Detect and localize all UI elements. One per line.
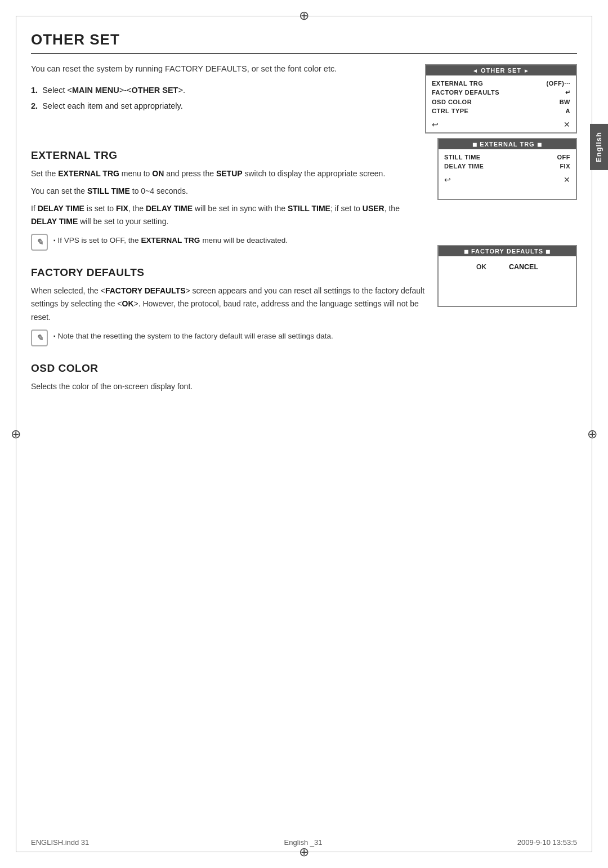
osd-color-body: Selects the color of the on-screen displ… [31,380,425,393]
note-icon-1: ✎ [31,234,48,251]
osd-color-title: OSD COLOR [31,362,425,375]
external-trg-screen: ◼ EXTERNAL TRG ◼ STILL TIME OFF DELAY TI… [437,138,577,200]
etg-header-title: EXTERNAL TRG [480,141,534,148]
row-label: STILL TIME [444,154,481,161]
external-trg-body2: You can set the STILL TIME to 0~4 second… [31,185,425,198]
note-bullet-2: Note that the resetting the system to th… [53,331,333,342]
footer-right: English _31 [284,838,323,847]
intro-text: You can reset the system by running FACT… [31,64,408,73]
etg-row-still-time: STILL TIME OFF [444,153,570,162]
intro-section: You can reset the system by running FACT… [31,64,577,133]
screen-row-osd-color: OSD COLOR BW [432,97,570,106]
row-label: CTRL TYPE [432,108,468,114]
x-icon: ✕ [564,120,570,129]
header-arrow-left: ◄ [472,68,479,74]
etg-arrow-left: ◼ [472,141,477,148]
factory-defaults-screen: ◼ FACTORY DEFAULTS ◼ OK CANCEL [437,245,577,307]
external-trg-body1: Set the EXTERNAL TRG menu to ON and pres… [31,167,425,180]
steps-list: 1. Select <MAIN MENU>-<OTHER SET>. 2. Se… [31,84,408,113]
main-text-area: EXTERNAL TRG Set the EXTERNAL TRG menu t… [31,133,425,398]
footer-page-num: 31 [314,838,322,847]
screen-row-factory-defaults: FACTORY DEFAULTS ↵ [432,88,570,97]
compass-left-icon: ⊕ [8,426,24,442]
step2-text: Select each item and set appropriately. [42,101,183,110]
step-1: 1. Select <MAIN MENU>-<OTHER SET>. [31,84,408,97]
main-layout: EXTERNAL TRG Set the EXTERNAL TRG menu t… [31,133,577,398]
row-value: ↵ [565,89,571,96]
compass-right-icon: ⊕ [584,426,600,442]
row-value: A [566,108,570,114]
note-text-1: If VPS is set to OFF, the EXTERNAL TRG m… [53,234,288,248]
compass-top-icon: ⊕ [296,8,312,24]
external-trg-screen-footer: ↩ ✕ [439,173,576,188]
x-icon-2: ✕ [564,175,570,184]
factory-defaults-body1: When selected, the <FACTORY DEFAULTS> sc… [31,284,425,323]
content-area: OTHER SET You can reset the system by ru… [31,31,577,837]
note-bullet-1: If VPS is set to OFF, the EXTERNAL TRG m… [53,235,288,247]
other-set-screen: ◄ OTHER SET ► EXTERNAL TRG (OFF)··· FACT… [425,64,577,133]
ok-cancel-row: OK CANCEL [439,256,576,275]
page-title: OTHER SET [31,31,577,54]
row-value: (OFF)··· [547,80,571,87]
note-text-2: Note that the resetting the system to th… [53,330,333,344]
row-value: FIX [560,163,570,170]
footer: ENGLISH.indd 31 English _31 2009-9-10 13… [31,838,577,847]
header-title: OTHER SET [481,67,521,74]
other-set-screen-footer: ↩ ✕ [426,118,576,132]
screen-row-ctrl-type: CTRL TYPE A [432,106,570,115]
back-icon: ↩ [432,120,439,129]
external-trg-title: EXTERNAL TRG [31,149,425,162]
external-trg-body3: If DELAY TIME is set to FIX, the DELAY T… [31,202,425,228]
row-label: EXTERNAL TRG [432,80,483,87]
screen-row-external-trg: EXTERNAL TRG (OFF)··· [432,79,570,88]
other-set-screen-header: ◄ OTHER SET ► [426,65,576,75]
row-label: OSD COLOR [432,99,472,105]
external-trg-note: ✎ If VPS is set to OFF, the EXTERNAL TRG… [31,234,425,251]
footer-date: 2009-9-10 13:53:5 [517,838,577,847]
factory-defaults-title: FACTORY DEFAULTS [31,266,425,279]
other-set-screen-container: ◄ OTHER SET ► EXTERNAL TRG (OFF)··· FACT… [425,64,577,133]
fd-arrow-right: ◼ [546,248,551,255]
footer-right-text: English _ [284,838,314,847]
footer-left: ENGLISH.indd 31 [31,838,89,847]
external-trg-screen-header: ◼ EXTERNAL TRG ◼ [439,139,576,149]
compass-bottom-icon: ⊕ [296,844,312,860]
fd-header-title: FACTORY DEFAULTS [471,248,543,255]
main-screens-area: ◼ EXTERNAL TRG ◼ STILL TIME OFF DELAY TI… [425,133,577,398]
factory-defaults-note: ✎ Note that the resetting the system to … [31,330,425,346]
ok-button[interactable]: OK [476,263,486,271]
etg-arrow-right: ◼ [537,141,542,148]
row-value: OFF [557,154,571,161]
header-arrow-right: ► [524,68,530,74]
step1-num: 1. [31,86,38,95]
fd-arrow-left: ◼ [464,248,469,255]
back-icon-2: ↩ [444,175,451,184]
language-tab: English [590,124,608,170]
step2-num: 2. [31,101,38,110]
other-set-screen-body: EXTERNAL TRG (OFF)··· FACTORY DEFAULTS ↵… [426,75,576,118]
factory-defaults-screen-header: ◼ FACTORY DEFAULTS ◼ [439,246,576,256]
row-label: DELAY TIME [444,163,484,170]
cancel-button[interactable]: CANCEL [509,263,538,271]
row-label: FACTORY DEFAULTS [432,89,499,96]
external-trg-screen-body: STILL TIME OFF DELAY TIME FIX [439,149,576,173]
step-2: 2. Select each item and set appropriatel… [31,100,408,113]
etg-row-delay-time: DELAY TIME FIX [444,162,570,171]
row-value: BW [560,99,570,105]
note-icon-2: ✎ [31,330,48,346]
intro-left: You can reset the system by running FACT… [31,64,408,133]
